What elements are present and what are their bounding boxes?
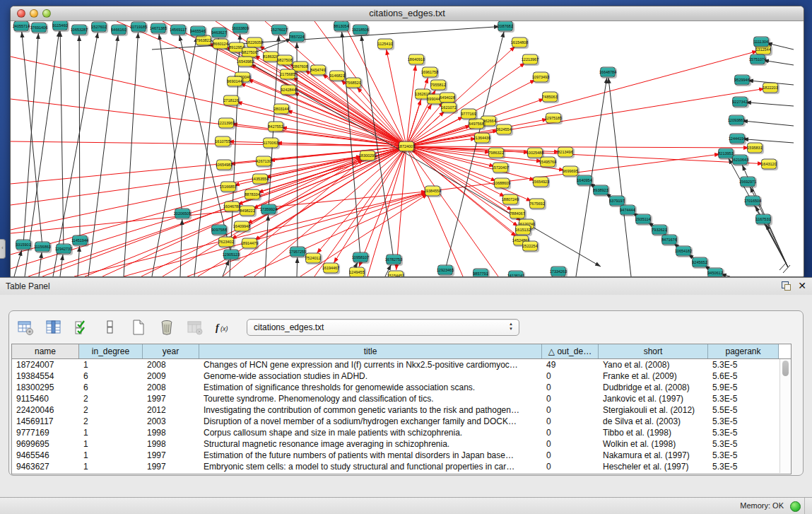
network-node[interactable]: 8813054 xyxy=(334,21,349,32)
network-node[interactable]: 1111304 xyxy=(753,37,769,47)
network-node[interactable]: 12975185 xyxy=(546,113,561,124)
network-node[interactable]: 9227342 xyxy=(732,97,748,107)
network-node[interactable]: 2803144 xyxy=(273,104,289,115)
network-node[interactable]: 7485063 xyxy=(542,92,558,103)
table-cell[interactable]: 2012 xyxy=(143,404,199,416)
table-cell[interactable]: 5.3E-5 xyxy=(708,461,779,472)
function-builder-icon[interactable]: f(x) xyxy=(214,318,233,337)
network-node[interactable]: 24055714 xyxy=(13,21,29,32)
column-header-year[interactable]: year xyxy=(143,344,199,358)
table-cell[interactable]: Stergiakouli et al. (2012) xyxy=(599,404,708,416)
network-node[interactable]: 8660124 xyxy=(213,39,228,49)
table-cell[interactable]: 19384554 xyxy=(12,370,79,382)
table-cell[interactable]: Tibbo et al. (1998) xyxy=(599,427,708,438)
float-panel-icon[interactable] xyxy=(782,281,791,291)
row-options-icon[interactable] xyxy=(101,318,119,337)
network-node[interactable]: 8878334 xyxy=(245,189,260,200)
network-node[interactable]: 8498222 xyxy=(240,206,255,216)
table-cell[interactable]: 5.3E-5 xyxy=(708,450,779,461)
table-row[interactable]: 946554611997Estimation of the future num… xyxy=(12,450,791,461)
network-node[interactable]: 16154808 xyxy=(512,37,527,48)
table-select-dropdown[interactable]: citations_edges.txt ▲▼ xyxy=(247,319,519,336)
network-node[interactable]: 7884067 xyxy=(510,209,525,219)
column-header-name[interactable]: name xyxy=(12,344,79,358)
table-cell[interactable]: Tourette syndrome. Phenomenology and cla… xyxy=(199,393,542,404)
network-node[interactable]: 15495764 xyxy=(540,157,555,168)
table-row[interactable]: 977716911998Corpus callosum shape and si… xyxy=(12,427,791,438)
table-cell[interactable]: 0 xyxy=(542,382,599,393)
network-node[interactable]: 9690144 xyxy=(227,76,242,87)
table-cell[interactable]: 9465546 xyxy=(12,450,79,461)
network-node[interactable]: 12213969 xyxy=(218,118,234,129)
network-node[interactable]: 7675692 xyxy=(529,199,545,209)
table-row[interactable]: 946362711997Embryonic stem cells: a mode… xyxy=(12,461,791,472)
table-cell[interactable]: Structural magnetic resonance image aver… xyxy=(199,438,542,450)
network-node[interactable]: 6494028 xyxy=(440,93,455,103)
network-node[interactable]: 6466160 xyxy=(111,25,126,35)
network-node[interactable]: 2935114 xyxy=(635,214,651,225)
table-cell[interactable]: 0 xyxy=(542,438,599,450)
table-cell[interactable]: 1998 xyxy=(143,427,199,438)
network-node[interactable]: 1170063 xyxy=(263,138,278,148)
network-node[interactable]: 7932621 xyxy=(652,225,667,235)
network-node[interactable]: 8186328 xyxy=(263,52,278,62)
network-node[interactable]: 10654182 xyxy=(676,246,691,257)
column-header-pagerank[interactable]: pagerank xyxy=(708,344,779,358)
table-cell[interactable]: 1998 xyxy=(143,438,199,450)
network-node[interactable]: 11156863 xyxy=(35,242,50,252)
network-node[interactable]: 16409948 xyxy=(234,221,249,232)
table-vscrollbar-thumb[interactable] xyxy=(782,361,789,376)
column-header-in_degree[interactable]: in_degree xyxy=(79,344,143,358)
network-node[interactable]: 7857224 xyxy=(289,32,305,42)
network-node[interactable]: 8427552 xyxy=(268,122,283,132)
table-cell[interactable]: 6 xyxy=(79,382,143,393)
table-cell[interactable]: 5.3E-5 xyxy=(708,427,779,438)
table-cell[interactable]: 2 xyxy=(79,404,143,416)
network-node[interactable]: 17359924 xyxy=(261,204,276,215)
table-cell[interactable]: 5.5E-5 xyxy=(708,404,779,416)
table-cell[interactable]: 1997 xyxy=(143,393,199,404)
network-node[interactable]: 17334263 xyxy=(551,267,566,277)
network-node[interactable]: 9465546 xyxy=(190,26,206,37)
table-cell[interactable]: 1 xyxy=(79,461,143,472)
table-cell[interactable]: 18300295 xyxy=(12,382,79,393)
network-window-titlebar[interactable]: citations_edges.txt xyxy=(11,6,804,21)
network-node[interactable]: 11451944 xyxy=(72,235,88,246)
network-node[interactable]: 12942737 xyxy=(56,244,71,255)
network-node[interactable]: 14353554 xyxy=(252,174,268,185)
network-node[interactable]: 9450612 xyxy=(707,268,723,277)
network-node[interactable]: 17957255 xyxy=(290,247,305,257)
network-node[interactable]: 9245652 xyxy=(692,257,707,268)
network-node[interactable]: 14569117 xyxy=(170,25,186,35)
network-node[interactable]: 18300295 xyxy=(360,151,375,161)
table-row[interactable]: 969969511998Structural magnetic resonanc… xyxy=(12,438,791,450)
table-cell[interactable]: 9463627 xyxy=(12,461,79,472)
table-cell[interactable]: 1 xyxy=(79,359,143,370)
network-node[interactable]: 16543982 xyxy=(237,57,253,67)
table-cell[interactable]: 22420046 xyxy=(12,404,79,416)
network-node[interactable]: 7568520 xyxy=(346,78,361,88)
network-node[interactable]: 1621072 xyxy=(441,103,457,113)
show-columns-icon[interactable] xyxy=(45,318,63,337)
table-cell[interactable]: 5.3E-5 xyxy=(708,359,779,370)
table-cell[interactable]: 2 xyxy=(79,393,143,404)
table-cell[interactable]: 2003 xyxy=(143,416,199,427)
network-node[interactable]: 7623402 xyxy=(218,237,234,247)
table-cell[interactable]: Estimation of significance thresholds fo… xyxy=(199,382,542,393)
table-cell[interactable]: 14569117 xyxy=(12,416,79,427)
network-node[interactable]: 15276027 xyxy=(271,25,287,35)
network-node[interactable]: 15166857 xyxy=(220,182,236,192)
network-node[interactable]: 9097588 xyxy=(211,225,227,235)
network-node[interactable]: 15751074 xyxy=(750,54,765,65)
new-column-icon[interactable] xyxy=(129,318,148,337)
network-node[interactable]: 16210643 xyxy=(732,155,748,165)
network-node[interactable]: 1822203 xyxy=(763,83,778,93)
table-cell[interactable]: Disruption of a novel member of a sodium… xyxy=(199,416,542,427)
table-cell[interactable]: 1 xyxy=(79,427,143,438)
network-node[interactable]: 16782753 xyxy=(386,255,401,265)
network-node[interactable]: 1125410 xyxy=(377,39,393,49)
table-cell[interactable]: 5.6E-5 xyxy=(708,370,779,382)
network-node[interactable]: 12905123 xyxy=(223,250,239,260)
network-node[interactable]: 14136141 xyxy=(508,271,524,277)
network-node[interactable]: 1610755 xyxy=(215,136,230,147)
